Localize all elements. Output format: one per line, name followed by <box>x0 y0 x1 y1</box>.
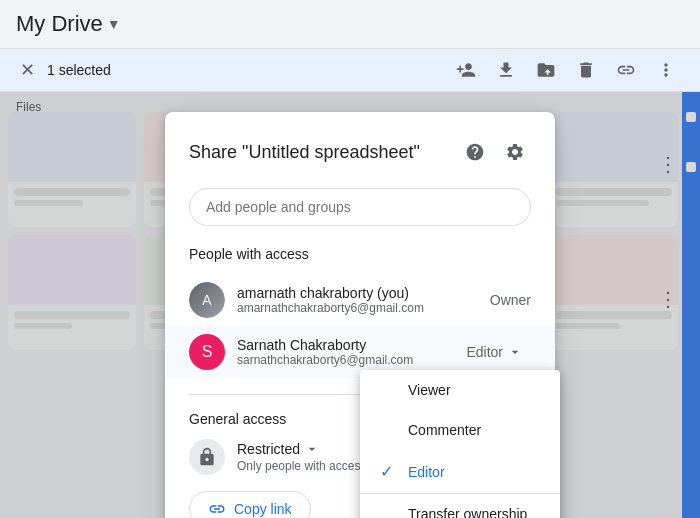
copy-link-label: Copy link <box>234 501 292 517</box>
dropdown-commenter-label: Commenter <box>408 422 481 438</box>
dropdown-transfer-label: Transfer ownership <box>408 506 527 518</box>
restricted-icon <box>189 439 225 475</box>
main-content: Files <box>0 92 700 518</box>
dropdown-viewer-label: Viewer <box>408 382 451 398</box>
dropdown-item-commenter[interactable]: Commenter <box>360 410 560 450</box>
help-button[interactable] <box>459 136 491 168</box>
role-dropdown-menu: Viewer Commenter ✓ Editor Transfer owner… <box>360 370 560 518</box>
editor-role-label: Editor <box>466 344 503 360</box>
settings-icon <box>505 142 525 162</box>
person-info-editor: Sarnath Chakraborty sarnathchakraborty6@… <box>237 337 446 367</box>
avatar-editor: S <box>189 334 225 370</box>
more-button[interactable] <box>648 52 684 88</box>
dropdown-item-viewer[interactable]: Viewer <box>360 370 560 410</box>
download-button[interactable] <box>488 52 524 88</box>
person-name-editor: Sarnath Chakraborty <box>237 337 446 353</box>
toolbar-actions <box>448 52 684 88</box>
person-role-owner: Owner <box>490 292 531 308</box>
chevron-down-icon <box>507 344 523 360</box>
dropdown-editor-label: Editor <box>408 464 445 480</box>
arrow-indicator <box>554 498 560 518</box>
person-email-owner: amarnathchakraborty6@gmail.com <box>237 301 478 315</box>
editor-check-icon: ✓ <box>380 462 400 481</box>
people-section-title: People with access <box>189 246 531 262</box>
person-name-owner: amarnath chakraborty (you) <box>237 285 478 301</box>
header: My Drive ▼ <box>0 0 700 48</box>
access-type-label: Restricted <box>237 441 300 457</box>
add-person-icon <box>456 60 476 80</box>
delete-icon <box>576 60 596 80</box>
drive-chevron[interactable]: ▼ <box>107 16 121 32</box>
person-info-owner: amarnath chakraborty (you) amarnathchakr… <box>237 285 478 315</box>
person-row-owner: A amarnath chakraborty (you) amarnathcha… <box>189 274 531 326</box>
dialog-title: Share "Untitled spreadsheet" <box>189 142 420 163</box>
deselect-button[interactable]: ✕ <box>16 55 39 85</box>
access-chevron-icon <box>304 441 320 457</box>
editor-role-button[interactable]: Editor <box>458 340 531 364</box>
dialog-header-actions <box>459 136 531 168</box>
selected-count: 1 selected <box>47 62 111 78</box>
toolbar: ✕ 1 selected <box>0 48 700 92</box>
lock-icon <box>197 447 217 467</box>
settings-button[interactable] <box>499 136 531 168</box>
download-icon <box>496 60 516 80</box>
more-icon <box>656 60 676 80</box>
avatar-initials: A <box>189 282 225 318</box>
link-copy-icon <box>208 500 226 518</box>
drive-title: My Drive <box>16 11 103 37</box>
people-search-input[interactable] <box>206 199 514 215</box>
copy-link-button[interactable]: Copy link <box>189 491 311 518</box>
avatar-owner: A <box>189 282 225 318</box>
people-search-container[interactable] <box>189 188 531 226</box>
link-button[interactable] <box>608 52 644 88</box>
link-icon <box>616 60 636 80</box>
person-email-editor: sarnathchakraborty6@gmail.com <box>237 353 446 367</box>
move-button[interactable] <box>528 52 564 88</box>
move-icon <box>536 60 556 80</box>
delete-button[interactable] <box>568 52 604 88</box>
dropdown-item-transfer[interactable]: Transfer ownership <box>360 494 560 518</box>
help-icon <box>465 142 485 162</box>
dialog-header: Share "Untitled spreadsheet" <box>189 136 531 168</box>
page-title[interactable]: My Drive ▼ <box>16 11 121 37</box>
add-person-button[interactable] <box>448 52 484 88</box>
dropdown-item-editor[interactable]: ✓ Editor <box>360 450 560 493</box>
